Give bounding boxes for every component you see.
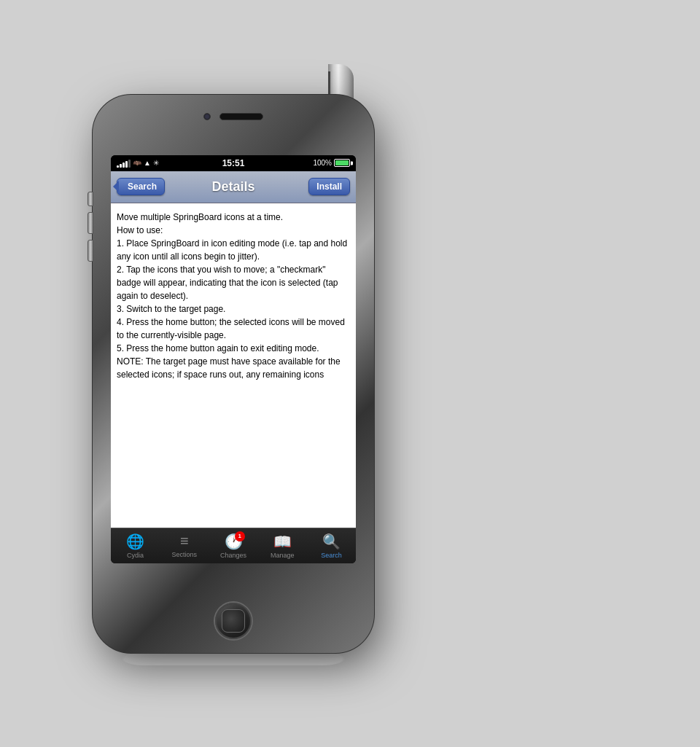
bat-icon: 🦇 — [133, 159, 141, 167]
tab-search[interactable]: 🔍 Search — [307, 530, 356, 562]
tab-bar: 🌐 Cydia ≡ Sections 🕐 1 Changes 📖 Manage — [111, 528, 356, 563]
signal-bar-1 — [117, 165, 119, 168]
install-button[interactable]: Install — [308, 178, 350, 195]
battery-icon — [334, 159, 350, 167]
signal-bars — [117, 159, 131, 168]
left-side-buttons — [88, 192, 93, 262]
signal-bar-2 — [120, 164, 122, 168]
sections-icon: ≡ — [180, 533, 189, 550]
phone-reflection — [123, 652, 343, 665]
status-left: 🦇 ▲ ✳ — [117, 159, 159, 168]
status-bar: 🦇 ▲ ✳ 15:51 100% — [111, 155, 356, 171]
nav-title: Details — [211, 179, 254, 195]
volume-down-button[interactable] — [88, 240, 93, 262]
settings-icon: ✳ — [153, 159, 159, 167]
signal-bar-5 — [128, 160, 131, 168]
content-text: Move multiple SpringBoard icons at a tim… — [117, 211, 350, 381]
content-area: Move multiple SpringBoard icons at a tim… — [111, 203, 356, 528]
volume-up-button[interactable] — [88, 212, 93, 234]
back-button[interactable]: Search — [117, 178, 165, 195]
search-icon: 🔍 — [322, 533, 341, 550]
phone-body: 🦇 ▲ ✳ 15:51 100% Search Details Install — [95, 97, 372, 651]
status-right: 100% — [313, 159, 350, 167]
tab-sections-label: Sections — [172, 551, 198, 558]
tab-manage-label: Manage — [271, 552, 295, 559]
home-button[interactable] — [215, 603, 252, 639]
home-button-inner — [222, 609, 245, 633]
battery-pct: 100% — [313, 159, 332, 167]
speaker — [219, 113, 263, 120]
status-time: 15:51 — [222, 158, 245, 168]
scene: 🦇 ▲ ✳ 15:51 100% Search Details Install — [95, 28, 605, 720]
tab-cydia-label: Cydia — [127, 552, 144, 559]
signal-bar-4 — [125, 161, 128, 168]
tab-changes[interactable]: 🕐 1 Changes — [209, 530, 257, 562]
tab-search-label: Search — [321, 552, 342, 559]
phone-screen: 🦇 ▲ ✳ 15:51 100% Search Details Install — [111, 155, 356, 563]
tab-cydia[interactable]: 🌐 Cydia — [111, 530, 160, 562]
mute-button[interactable] — [88, 192, 93, 206]
tab-manage[interactable]: 📖 Manage — [258, 530, 307, 562]
cydia-icon: 🌐 — [126, 533, 144, 550]
tab-changes-label: Changes — [220, 552, 246, 559]
manage-icon: 📖 — [273, 533, 292, 550]
wifi-icon: ▲ — [144, 159, 151, 167]
nav-bar: Search Details Install — [111, 171, 356, 203]
changes-badge: 1 — [235, 531, 245, 541]
camera — [203, 113, 211, 120]
battery-fill — [335, 160, 349, 165]
top-details — [203, 113, 263, 120]
signal-bar-3 — [122, 163, 125, 168]
tab-sections[interactable]: ≡ Sections — [160, 530, 209, 561]
